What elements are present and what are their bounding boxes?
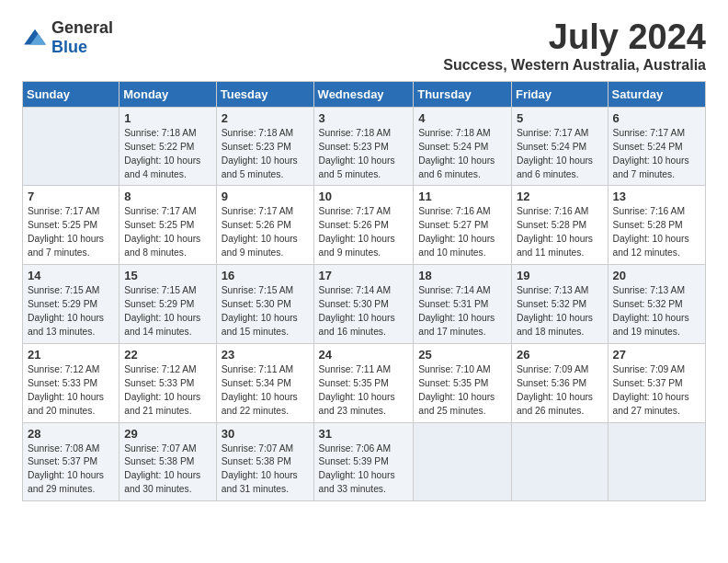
table-row: 5Sunrise: 7:17 AMSunset: 5:24 PMDaylight… — [512, 107, 609, 186]
logo-blue: Blue — [51, 38, 87, 56]
table-row: 9Sunrise: 7:17 AMSunset: 5:26 PMDaylight… — [216, 186, 313, 265]
day-number: 18 — [418, 269, 506, 282]
day-number: 11 — [418, 190, 506, 203]
table-row: 22Sunrise: 7:12 AMSunset: 5:33 PMDayligh… — [119, 343, 217, 422]
day-number: 26 — [517, 348, 603, 362]
day-number: 22 — [124, 348, 211, 362]
cell-info: Sunrise: 7:17 AMSunset: 5:24 PMDaylight:… — [517, 127, 603, 182]
cell-info: Sunrise: 7:17 AMSunset: 5:25 PMDaylight:… — [124, 205, 211, 260]
cell-info: Sunrise: 7:17 AMSunset: 5:24 PMDaylight:… — [613, 127, 700, 182]
day-number: 5 — [517, 111, 603, 125]
weekday-header-row: Sunday Monday Tuesday Wednesday Thursday… — [23, 81, 706, 107]
cell-info: Sunrise: 7:15 AMSunset: 5:29 PMDaylight:… — [124, 284, 211, 339]
table-row: 29Sunrise: 7:07 AMSunset: 5:38 PMDayligh… — [119, 422, 217, 501]
day-number: 19 — [517, 269, 603, 282]
cell-info: Sunrise: 7:16 AMSunset: 5:28 PMDaylight:… — [517, 205, 603, 260]
cell-info: Sunrise: 7:16 AMSunset: 5:27 PMDaylight:… — [418, 205, 506, 260]
table-row: 1Sunrise: 7:18 AMSunset: 5:22 PMDaylight… — [119, 107, 217, 186]
table-row: 25Sunrise: 7:10 AMSunset: 5:35 PMDayligh… — [414, 343, 512, 422]
day-number: 17 — [319, 269, 409, 282]
table-row: 12Sunrise: 7:16 AMSunset: 5:28 PMDayligh… — [512, 186, 609, 265]
header-wednesday: Wednesday — [313, 81, 414, 107]
day-number: 16 — [222, 269, 309, 282]
table-row — [512, 422, 609, 501]
cell-info: Sunrise: 7:17 AMSunset: 5:26 PMDaylight:… — [222, 205, 309, 260]
day-number: 15 — [124, 269, 211, 282]
table-row: 23Sunrise: 7:11 AMSunset: 5:34 PMDayligh… — [216, 343, 313, 422]
cell-info: Sunrise: 7:09 AMSunset: 5:36 PMDaylight:… — [517, 363, 603, 419]
calendar-week-row: 1Sunrise: 7:18 AMSunset: 5:22 PMDaylight… — [23, 107, 706, 186]
day-number: 27 — [613, 348, 700, 362]
cell-info: Sunrise: 7:18 AMSunset: 5:22 PMDaylight:… — [124, 127, 211, 182]
cell-info: Sunrise: 7:06 AMSunset: 5:39 PMDaylight:… — [319, 442, 409, 498]
cell-info: Sunrise: 7:14 AMSunset: 5:30 PMDaylight:… — [319, 284, 409, 339]
day-number: 7 — [28, 190, 114, 203]
table-row: 17Sunrise: 7:14 AMSunset: 5:30 PMDayligh… — [313, 265, 414, 344]
cell-info: Sunrise: 7:07 AMSunset: 5:38 PMDaylight:… — [222, 442, 309, 498]
calendar-week-row: 28Sunrise: 7:08 AMSunset: 5:37 PMDayligh… — [23, 422, 706, 501]
header-tuesday: Tuesday — [216, 81, 313, 107]
day-number: 6 — [613, 111, 700, 125]
cell-info: Sunrise: 7:07 AMSunset: 5:38 PMDaylight:… — [124, 442, 211, 498]
logo-general: General — [51, 18, 113, 37]
header-friday: Friday — [512, 81, 609, 107]
cell-info: Sunrise: 7:13 AMSunset: 5:32 PMDaylight:… — [613, 284, 700, 339]
table-row: 15Sunrise: 7:15 AMSunset: 5:29 PMDayligh… — [119, 265, 217, 344]
day-number: 30 — [222, 427, 309, 441]
table-row: 30Sunrise: 7:07 AMSunset: 5:38 PMDayligh… — [216, 422, 313, 501]
cell-info: Sunrise: 7:18 AMSunset: 5:24 PMDaylight:… — [418, 127, 506, 182]
cell-info: Sunrise: 7:15 AMSunset: 5:29 PMDaylight:… — [28, 284, 114, 339]
table-row — [23, 107, 119, 186]
table-row: 28Sunrise: 7:08 AMSunset: 5:37 PMDayligh… — [23, 422, 119, 501]
day-number: 31 — [319, 427, 409, 441]
day-number: 25 — [418, 348, 506, 362]
table-row: 2Sunrise: 7:18 AMSunset: 5:23 PMDaylight… — [216, 107, 313, 186]
day-number: 24 — [319, 348, 409, 362]
cell-info: Sunrise: 7:08 AMSunset: 5:37 PMDaylight:… — [28, 442, 114, 498]
calendar-week-row: 7Sunrise: 7:17 AMSunset: 5:25 PMDaylight… — [23, 186, 706, 265]
day-number: 12 — [517, 190, 603, 203]
table-row: 31Sunrise: 7:06 AMSunset: 5:39 PMDayligh… — [313, 422, 414, 501]
day-number: 8 — [124, 190, 211, 203]
table-row: 14Sunrise: 7:15 AMSunset: 5:29 PMDayligh… — [23, 265, 119, 344]
logo: General Blue — [22, 18, 113, 57]
cell-info: Sunrise: 7:18 AMSunset: 5:23 PMDaylight:… — [319, 127, 409, 182]
cell-info: Sunrise: 7:12 AMSunset: 5:33 PMDaylight:… — [28, 363, 114, 419]
logo-icon — [22, 28, 48, 48]
cell-info: Sunrise: 7:16 AMSunset: 5:28 PMDaylight:… — [613, 205, 700, 260]
table-row: 21Sunrise: 7:12 AMSunset: 5:33 PMDayligh… — [23, 343, 119, 422]
day-number: 14 — [28, 269, 114, 282]
header-thursday: Thursday — [414, 81, 512, 107]
table-row: 20Sunrise: 7:13 AMSunset: 5:32 PMDayligh… — [608, 265, 705, 344]
page-header: General Blue July 2024 Success, Western … — [22, 18, 706, 74]
table-row: 11Sunrise: 7:16 AMSunset: 5:27 PMDayligh… — [414, 186, 512, 265]
calendar-table: Sunday Monday Tuesday Wednesday Thursday… — [22, 81, 706, 501]
day-number: 3 — [319, 111, 409, 125]
cell-info: Sunrise: 7:09 AMSunset: 5:37 PMDaylight:… — [613, 363, 700, 419]
day-number: 13 — [613, 190, 700, 203]
day-number: 23 — [222, 348, 309, 362]
cell-info: Sunrise: 7:10 AMSunset: 5:35 PMDaylight:… — [418, 363, 506, 419]
cell-info: Sunrise: 7:13 AMSunset: 5:32 PMDaylight:… — [517, 284, 603, 339]
cell-info: Sunrise: 7:14 AMSunset: 5:31 PMDaylight:… — [418, 284, 506, 339]
table-row: 3Sunrise: 7:18 AMSunset: 5:23 PMDaylight… — [313, 107, 414, 186]
day-number: 9 — [222, 190, 309, 203]
table-row: 6Sunrise: 7:17 AMSunset: 5:24 PMDaylight… — [608, 107, 705, 186]
table-row: 4Sunrise: 7:18 AMSunset: 5:24 PMDaylight… — [414, 107, 512, 186]
day-number: 1 — [124, 111, 211, 125]
cell-info: Sunrise: 7:15 AMSunset: 5:30 PMDaylight:… — [222, 284, 309, 339]
page-container: General Blue July 2024 Success, Western … — [22, 18, 706, 501]
day-number: 29 — [124, 427, 211, 441]
day-number: 21 — [28, 348, 114, 362]
table-row: 26Sunrise: 7:09 AMSunset: 5:36 PMDayligh… — [512, 343, 609, 422]
month-year-title: July 2024 — [443, 18, 706, 57]
table-row — [608, 422, 705, 501]
cell-info: Sunrise: 7:11 AMSunset: 5:34 PMDaylight:… — [222, 363, 309, 419]
table-row — [414, 422, 512, 501]
table-row: 18Sunrise: 7:14 AMSunset: 5:31 PMDayligh… — [414, 265, 512, 344]
calendar-week-row: 21Sunrise: 7:12 AMSunset: 5:33 PMDayligh… — [23, 343, 706, 422]
table-row: 13Sunrise: 7:16 AMSunset: 5:28 PMDayligh… — [608, 186, 705, 265]
calendar-week-row: 14Sunrise: 7:15 AMSunset: 5:29 PMDayligh… — [23, 265, 706, 344]
table-row: 19Sunrise: 7:13 AMSunset: 5:32 PMDayligh… — [512, 265, 609, 344]
cell-info: Sunrise: 7:12 AMSunset: 5:33 PMDaylight:… — [124, 363, 211, 419]
